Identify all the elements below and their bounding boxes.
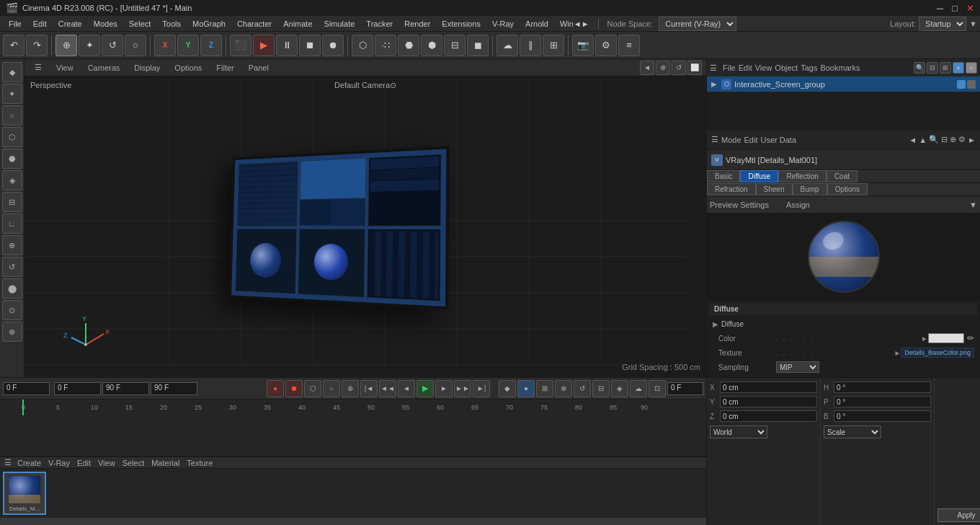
render-region-button[interactable]: ⏹	[299, 35, 321, 56]
vp-menu-btn[interactable]: ☰	[29, 62, 48, 73]
diffuse-collapse-icon[interactable]: ▶	[713, 320, 718, 328]
tab-options[interactable]: Options	[827, 183, 868, 195]
tl-usr-btn[interactable]: ◈	[611, 380, 628, 397]
viewport-3d[interactable]: Perspective Default Camera⊙	[24, 76, 706, 377]
scale-select[interactable]: Scale	[824, 425, 881, 438]
menu-simulate[interactable]: Simulate	[318, 18, 361, 30]
tl-prev-key[interactable]: ◄◄	[379, 380, 396, 397]
tl-tag-btn[interactable]: ☁	[630, 380, 647, 397]
timeline-ruler[interactable]: 0 5 10 15 20 25 30 35 40 45 50 55 60 65	[0, 400, 706, 456]
x-input[interactable]	[720, 381, 817, 393]
move-button[interactable]: ⊕	[55, 35, 77, 56]
lt-null[interactable]: ↺	[2, 257, 22, 277]
menu-arnold[interactable]: Arnold	[520, 18, 554, 30]
color-arrow[interactable]: ►	[921, 335, 928, 343]
rotate-button[interactable]: ↺	[102, 35, 123, 56]
objects-button[interactable]: ⬡	[352, 35, 373, 56]
extra-button[interactable]: ≡	[618, 35, 640, 56]
menu-win[interactable]: Win◄►	[554, 18, 595, 30]
render-settings-button[interactable]: ⏸	[276, 35, 298, 56]
tl-loop-btn[interactable]: ○	[323, 380, 340, 397]
layout-arrow[interactable]: ▼	[969, 19, 977, 28]
menu-modes[interactable]: Modes	[88, 18, 123, 30]
tl-auto-key[interactable]: ⏺	[285, 380, 303, 397]
obj-mgr-menu[interactable]: ☰	[710, 63, 717, 73]
tl-frame-field[interactable]: 0 F	[667, 382, 703, 395]
mirror-button[interactable]: ∥	[520, 35, 541, 56]
tl-motion-btn[interactable]: ◆	[499, 380, 516, 397]
menu-tracker[interactable]: Tracker	[360, 18, 398, 30]
undo-button[interactable]: ↶	[3, 35, 24, 56]
menu-render[interactable]: Render	[398, 18, 436, 30]
obj-mgr-dot2[interactable]: ●	[966, 62, 977, 74]
matbar-edit-btn[interactable]: Edit	[77, 459, 91, 467]
world-select[interactable]: World	[710, 425, 767, 438]
menu-vray[interactable]: V-Ray	[486, 18, 520, 30]
tab-bump[interactable]: Bump	[793, 183, 827, 195]
y-input[interactable]	[720, 396, 817, 407]
texture-arrow[interactable]: ►	[894, 349, 901, 357]
lt-pen[interactable]: ∟	[2, 213, 22, 234]
axis-z-button[interactable]: Z	[200, 35, 222, 56]
lt-add[interactable]: ⊕	[2, 235, 22, 255]
color-swatch[interactable]	[928, 333, 964, 343]
attr-settings-icon[interactable]: ⚙	[958, 135, 966, 144]
minimize-button[interactable]: ─	[937, 3, 943, 14]
apply-button[interactable]: Apply	[937, 508, 980, 522]
tl-play-btn[interactable]: ▶	[416, 380, 434, 397]
tl-param-btn[interactable]: ●	[517, 380, 535, 397]
lt-deform[interactable]: ⊕	[2, 322, 22, 342]
lt-floor[interactable]: ⬤	[2, 278, 22, 299]
edges-button[interactable]: ⬣	[398, 35, 419, 56]
attr-menu-icon[interactable]: ☰	[711, 135, 718, 144]
tl-rewind-all[interactable]: |◄	[360, 380, 378, 397]
attr-pin-icon[interactable]: ⊕	[950, 135, 956, 144]
vp-scale-icon[interactable]: ⬜	[687, 61, 702, 75]
obj-manager-tags-menu[interactable]: Tags	[801, 63, 817, 72]
vp-options-btn[interactable]: Options	[169, 63, 208, 73]
vp-rotate-icon[interactable]: ↺	[672, 61, 686, 75]
obj-manager-bookmarks-menu[interactable]: Bookmarks	[820, 63, 860, 72]
attr-userdata-btn[interactable]: User Data	[761, 136, 797, 144]
obj-mgr-filter-icon[interactable]: ⊟	[927, 62, 938, 74]
sculpt-button[interactable]: ◼	[467, 35, 489, 56]
attr-mode-btn[interactable]: Mode	[721, 136, 741, 144]
ipr-button[interactable]: ⏺	[322, 35, 344, 56]
render-button[interactable]: ▶	[253, 35, 275, 56]
menu-select[interactable]: Select	[123, 18, 157, 30]
color-edit-btn[interactable]: ✏	[967, 333, 974, 343]
attr-search-icon[interactable]: 🔍	[929, 135, 939, 144]
tl-end-all[interactable]: ►|	[473, 380, 490, 397]
maximize-button[interactable]: □	[952, 3, 958, 14]
tl-ping-btn[interactable]: ⊕	[342, 380, 359, 397]
obj-mgr-dot1[interactable]: ●	[953, 62, 964, 74]
menu-tools[interactable]: Tools	[156, 18, 187, 30]
redo-button[interactable]: ↷	[26, 35, 48, 56]
tl-prev-frame[interactable]: ◄	[398, 380, 415, 397]
tl-key-btn[interactable]: ⊞	[536, 380, 553, 397]
tl-scl-btn[interactable]: ⊟	[592, 380, 610, 397]
layout-select[interactable]: Startup	[919, 17, 966, 31]
snap-button[interactable]: ☁	[496, 35, 518, 56]
h-input[interactable]	[834, 381, 931, 393]
lt-camera-lt[interactable]: ⊟	[2, 192, 22, 212]
p-input[interactable]	[834, 396, 931, 407]
axis-x-button[interactable]: X	[154, 35, 176, 56]
tl-pos-btn[interactable]: ⊕	[555, 380, 572, 397]
menu-animate[interactable]: Animate	[277, 18, 318, 30]
tab-refraction[interactable]: Refraction	[707, 183, 756, 195]
texture-filename[interactable]: Details_BaseColor.png	[901, 348, 974, 358]
lt-poly[interactable]: ○	[2, 105, 22, 125]
vp-display-btn[interactable]: Display	[128, 63, 166, 73]
tab-reflection[interactable]: Reflection	[778, 170, 826, 182]
axis-y-button[interactable]: Y	[177, 35, 199, 56]
scale-button[interactable]: ✦	[79, 35, 100, 56]
matbar-texture-btn[interactable]: Texture	[187, 459, 213, 467]
assign-btn[interactable]: Assign	[786, 200, 810, 209]
tl-end-field[interactable]: 90 F	[102, 382, 149, 395]
preview-settings-btn[interactable]: Preview Settings	[710, 200, 769, 209]
attr-filter-icon[interactable]: ⊟	[941, 135, 948, 144]
matbar-create-btn[interactable]: Create	[17, 459, 41, 467]
tab-coat[interactable]: Coat	[827, 170, 858, 182]
obj-manager-edit-menu[interactable]: Edit	[739, 63, 752, 72]
